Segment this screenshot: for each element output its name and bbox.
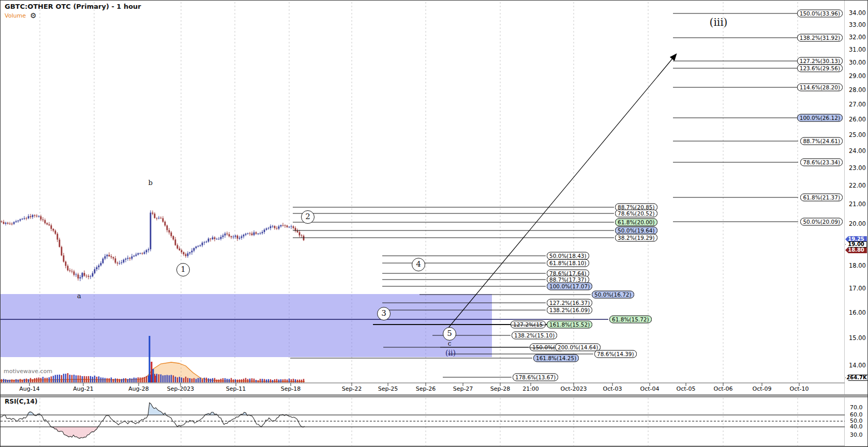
volume-bar bbox=[47, 378, 48, 382]
wave-label-3[interactable]: 3 bbox=[377, 307, 391, 320]
fib-level-label[interactable]: 50.0%(16.72) bbox=[592, 291, 634, 299]
price-tick-label: 25.00 bbox=[849, 131, 866, 138]
wave-label-2[interactable]: 2 bbox=[301, 210, 315, 224]
volume-bar bbox=[38, 378, 39, 382]
volume-bar bbox=[198, 378, 199, 382]
price-tick-label: 20.00 bbox=[849, 220, 866, 227]
candle-body bbox=[100, 263, 102, 266]
fib-level-label[interactable]: 78.6%(14.39) bbox=[594, 350, 637, 358]
pane-separator[interactable] bbox=[1, 394, 868, 397]
candle-body bbox=[235, 236, 236, 237]
candle-body bbox=[297, 230, 298, 232]
candle-body bbox=[96, 267, 98, 269]
fib-level-label[interactable]: 50.0%(19.64) bbox=[615, 227, 657, 235]
fib-level-label[interactable]: 78.6%(20.52) bbox=[615, 210, 657, 218]
candle-body bbox=[28, 216, 29, 218]
volume-bar bbox=[100, 377, 101, 382]
fib-level-label[interactable]: 150.0%(33.96) bbox=[797, 10, 843, 18]
price-tick-label: 31.00 bbox=[849, 46, 866, 53]
fib-level-label[interactable]: 138.2%(16.09) bbox=[547, 306, 592, 314]
wave-label-1[interactable]: 1 bbox=[176, 263, 190, 276]
date-tick-label: Sep-2023 bbox=[167, 386, 194, 392]
volume-overlay-label[interactable]: Volume bbox=[5, 12, 26, 19]
fib-level-label[interactable]: 61.8%(18.10) bbox=[547, 259, 589, 267]
candle-body bbox=[249, 233, 251, 234]
fib-level-label[interactable]: 61.8%(20.00) bbox=[615, 219, 657, 226]
volume-bar bbox=[202, 379, 203, 382]
fib-level-label[interactable]: 61.8%(21.37) bbox=[800, 194, 843, 202]
volume-bar bbox=[237, 380, 238, 382]
fib-level-label[interactable]: 123.6%(29.56) bbox=[797, 65, 843, 72]
candle-body bbox=[61, 247, 63, 255]
chart-canvas[interactable] bbox=[1, 1, 868, 447]
fib-level-label[interactable]: 100.0%(26.12) bbox=[797, 114, 843, 122]
fib-level-label[interactable]: 178.6%(13.67) bbox=[513, 374, 558, 381]
volume-bar bbox=[297, 380, 298, 382]
date-tick-label: Sep-25 bbox=[378, 386, 398, 392]
date-tick-label: Oct-2023 bbox=[561, 386, 587, 392]
gear-icon[interactable]: ⚙ bbox=[30, 12, 37, 19]
volume-spike-bar bbox=[155, 376, 156, 382]
wave-label-4[interactable]: 4 bbox=[412, 258, 425, 271]
wave-label-b[interactable]: b bbox=[148, 179, 153, 187]
fib-level-label[interactable]: 78.6%(23.34) bbox=[800, 159, 843, 166]
fib-level-label[interactable]: 127.2%(30.13) bbox=[797, 57, 843, 65]
candle-body bbox=[167, 225, 168, 230]
volume-bar bbox=[9, 380, 10, 382]
candle-body bbox=[11, 224, 13, 224]
volume-bar bbox=[63, 374, 64, 382]
candle-body bbox=[185, 254, 187, 256]
volume-bar bbox=[90, 376, 91, 382]
price-tick-label: 28.00 bbox=[849, 86, 866, 94]
wave-label-iii[interactable]: (iii) bbox=[710, 16, 728, 28]
candle-body bbox=[146, 250, 147, 252]
candle-body bbox=[287, 226, 288, 227]
fib-level-label[interactable]: 88.7%(24.61) bbox=[800, 137, 843, 145]
volume-bar bbox=[20, 379, 21, 382]
fib-level-label[interactable]: 50.0%(18.43) bbox=[547, 252, 589, 260]
volume-bar bbox=[216, 379, 217, 382]
fib-level-label[interactable]: 161.8%(14.25) bbox=[533, 354, 579, 362]
fib-level-label[interactable]: 161.8%(15.52) bbox=[547, 321, 592, 329]
volume-bar bbox=[262, 379, 263, 382]
candle-body bbox=[274, 226, 276, 228]
candle-body bbox=[18, 221, 19, 221]
volume-bar bbox=[189, 378, 190, 382]
rsi-label: RSI(C,14) bbox=[5, 398, 37, 405]
price-tick-label: 15.00 bbox=[849, 334, 866, 342]
fib-level-label[interactable]: 114.6%(28.20) bbox=[797, 84, 843, 91]
fib-level-label[interactable]: 200.0%(14.64) bbox=[555, 344, 601, 351]
wave-label-a[interactable]: a bbox=[77, 292, 81, 300]
candle-body bbox=[104, 256, 106, 259]
wave-label-c[interactable]: c bbox=[448, 340, 452, 347]
volume-bar bbox=[86, 376, 87, 382]
fib-level-label[interactable]: 61.8%(15.72) bbox=[609, 316, 652, 323]
volume-bar bbox=[206, 378, 207, 382]
fib-level-label[interactable]: 127.2%(16.37) bbox=[547, 299, 592, 307]
candle-body bbox=[218, 239, 220, 239]
volume-bar bbox=[125, 378, 126, 382]
volume-bar bbox=[214, 378, 215, 382]
support-zone[interactable] bbox=[1, 294, 492, 357]
wave-label-5[interactable]: 5 bbox=[443, 327, 456, 341]
candle-body bbox=[239, 238, 241, 239]
fib-level-label[interactable]: 127.2%(15 bbox=[511, 321, 546, 329]
candle-body bbox=[253, 233, 255, 235]
candle-body bbox=[173, 236, 174, 240]
fib-level-label[interactable]: 38.2%(19.29) bbox=[615, 234, 657, 242]
fib-level-label[interactable]: 50.0%(20.09) bbox=[800, 218, 843, 226]
candle-body bbox=[49, 224, 50, 225]
candle-body bbox=[204, 242, 205, 243]
fib-level-label[interactable]: 138.2%(15.10) bbox=[512, 332, 557, 340]
fib-level-label[interactable]: 138.2%(31.92) bbox=[797, 34, 843, 42]
candle-body bbox=[136, 255, 137, 256]
candle-body bbox=[115, 258, 116, 263]
volume-bar bbox=[235, 379, 236, 382]
volume-bar bbox=[49, 377, 50, 382]
candle-body bbox=[73, 271, 75, 275]
volume-bar bbox=[76, 375, 77, 382]
fib-level-label[interactable]: 100.0%(17.07) bbox=[547, 283, 592, 290]
rsi-tick-label: 30.0 bbox=[850, 431, 863, 438]
candle-body bbox=[107, 255, 108, 256]
wave-label-ii[interactable]: (ii) bbox=[445, 349, 456, 357]
